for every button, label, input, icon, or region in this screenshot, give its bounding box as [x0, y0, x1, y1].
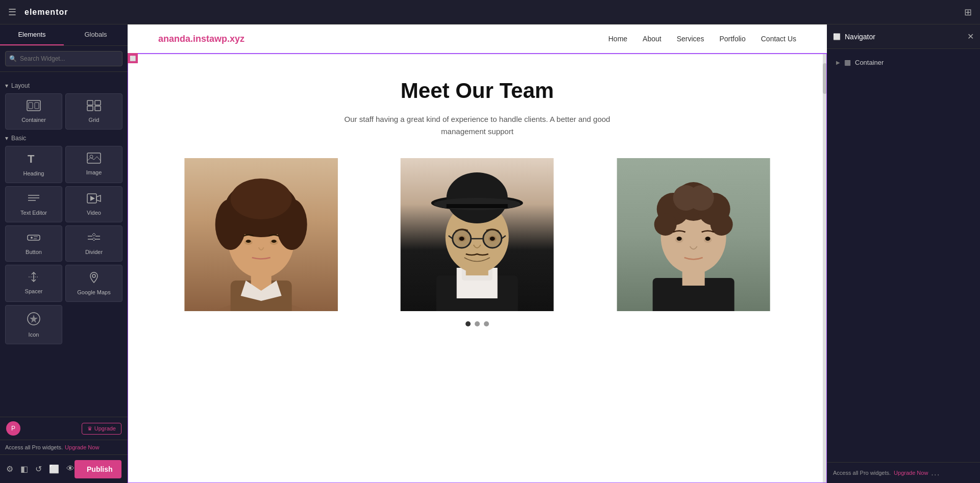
svg-point-42	[246, 240, 251, 243]
svg-point-25	[92, 274, 95, 277]
left-panel: Elements Globals 🔍 ▾ Layout	[0, 24, 128, 483]
scroll-indicator[interactable]	[823, 53, 827, 483]
widget-text-editor[interactable]: Text Editor	[5, 186, 62, 222]
upgrade-button-label: Upgrade	[94, 425, 116, 431]
bottom-icons: ⚙ ◧ ↺ ⬜ 👁	[6, 464, 75, 474]
widget-button[interactable]: Button	[5, 225, 62, 262]
section-header-layout[interactable]: ▾ Layout	[5, 82, 122, 89]
navigator-close-icon[interactable]: ✕	[967, 32, 974, 41]
svg-rect-6	[95, 106, 101, 111]
grid-widget-icon	[87, 100, 101, 114]
team-card-2	[374, 158, 580, 311]
widget-video[interactable]: Video	[65, 186, 122, 222]
nav-upgrade-link[interactable]: Upgrade Now	[894, 470, 928, 476]
navigator-item-container[interactable]: ▶ ▦ Container	[832, 54, 975, 70]
undo-icon[interactable]: ↺	[35, 464, 42, 474]
button-widget-label: Button	[26, 249, 42, 255]
svg-rect-0	[27, 100, 40, 111]
widget-heading[interactable]: T Heading	[5, 146, 62, 183]
image-widget-icon	[87, 152, 101, 166]
settings-icon[interactable]: ⚙	[6, 464, 13, 474]
widget-image[interactable]: Image	[65, 146, 122, 183]
team-card-3	[591, 158, 796, 311]
grid-widget-label: Grid	[89, 117, 100, 123]
svg-text:T: T	[28, 152, 35, 165]
carousel-dot-2[interactable]	[475, 321, 480, 326]
svg-point-61	[459, 237, 464, 241]
hamburger-icon[interactable]: ☰	[8, 7, 16, 18]
responsive-icon[interactable]: ⬜	[49, 464, 59, 474]
navigator-panel-icon: ⬜	[833, 33, 841, 40]
widget-divider[interactable]: Divider	[65, 225, 122, 262]
user-avatar: P	[6, 421, 20, 436]
navigator-content: ▶ ▦ Container	[827, 49, 980, 261]
upgrade-now-link[interactable]: Upgrade Now	[65, 444, 99, 450]
nav-dots: ...	[931, 469, 940, 477]
team-card-1	[158, 158, 364, 311]
svg-rect-53	[447, 204, 508, 208]
carousel-dot-3[interactable]	[484, 321, 489, 326]
heading-widget-icon: T	[27, 152, 41, 167]
upgrade-button[interactable]: ♛ Upgrade	[82, 423, 121, 435]
widget-grid[interactable]: Grid	[65, 93, 122, 130]
nav-link-home[interactable]: Home	[608, 35, 627, 43]
nav-link-about[interactable]: About	[643, 35, 662, 43]
icon-widget-icon	[27, 312, 41, 328]
nav-link-contact[interactable]: Contact Us	[761, 35, 796, 43]
team-section-title: Meet Our Team	[158, 79, 796, 103]
nav-link-services[interactable]: Services	[677, 35, 704, 43]
layers-icon[interactable]: ◧	[20, 464, 28, 474]
tab-globals[interactable]: Globals	[64, 24, 128, 45]
widget-container[interactable]: Container	[5, 93, 62, 130]
svg-point-73	[688, 185, 714, 211]
divider-widget-label: Divider	[85, 249, 103, 255]
section-arrow-layout: ▾	[5, 82, 8, 89]
carousel-dot-1[interactable]	[465, 321, 471, 326]
canvas-wrapper: ananda.instawp.xyz Home About Services P…	[128, 24, 827, 483]
website-nav-links: Home About Services Portfolio Contact Us	[608, 35, 796, 43]
google-maps-widget-icon	[87, 271, 101, 286]
upgrade-user-row: P ♛ Upgrade	[0, 417, 128, 440]
elementor-logo: elementor	[24, 8, 68, 17]
heading-widget-label: Heading	[23, 170, 44, 176]
video-widget-label: Video	[87, 210, 101, 216]
svg-point-62	[490, 237, 495, 241]
website-preview: ananda.instawp.xyz Home About Services P…	[128, 24, 827, 483]
svg-point-76	[676, 237, 681, 241]
svg-marker-14	[90, 196, 95, 201]
text-editor-widget-label: Text Editor	[20, 210, 47, 216]
website-nav: ananda.instawp.xyz Home About Services P…	[128, 24, 827, 53]
preview-icon[interactable]: 👁	[66, 464, 75, 474]
icon-widget-label: Icon	[29, 332, 39, 338]
google-maps-widget-label: Google Maps	[77, 289, 110, 295]
navigator-title: Navigator	[845, 33, 875, 41]
widget-spacer[interactable]: Spacer	[5, 265, 62, 302]
tab-elements[interactable]: Elements	[0, 24, 64, 45]
search-wrap: 🔍	[5, 51, 122, 66]
widgets-panel: ▾ Layout Container	[0, 72, 128, 417]
container-widget-label: Container	[21, 117, 46, 123]
access-text: Access all Pro widgets.	[5, 444, 63, 450]
widget-icon[interactable]: Icon	[5, 305, 62, 344]
navigator-header: ⬜ Navigator ✕	[827, 24, 980, 49]
search-icon: 🔍	[9, 55, 17, 62]
nav-container-icon: ▦	[844, 58, 851, 66]
svg-rect-3	[87, 100, 93, 105]
button-widget-icon	[27, 232, 41, 246]
publish-button[interactable]: Publish	[75, 460, 121, 478]
search-input[interactable]	[5, 51, 122, 66]
section-indicator[interactable]: ⬜	[128, 53, 138, 63]
top-purple-line	[128, 53, 827, 54]
left-bottom: P ♛ Upgrade Access all Pro widgets. Upgr…	[0, 417, 128, 454]
website-logo: ananda.instawp.xyz	[158, 34, 244, 44]
team-cards	[158, 158, 796, 311]
panel-tabs: Elements Globals	[0, 24, 128, 46]
nav-link-portfolio[interactable]: Portfolio	[719, 35, 745, 43]
navigator-footer: Access all Pro widgets. Upgrade Now ...	[827, 462, 980, 483]
section-header-basic[interactable]: ▾ Basic	[5, 135, 122, 142]
grid-icon[interactable]: ⊞	[964, 7, 972, 18]
widget-google-maps[interactable]: Google Maps	[65, 265, 122, 302]
top-bar: ☰ elementor ⊞	[0, 0, 980, 24]
layout-widgets-grid: Container Grid	[5, 93, 122, 130]
spacer-widget-icon	[27, 271, 41, 285]
